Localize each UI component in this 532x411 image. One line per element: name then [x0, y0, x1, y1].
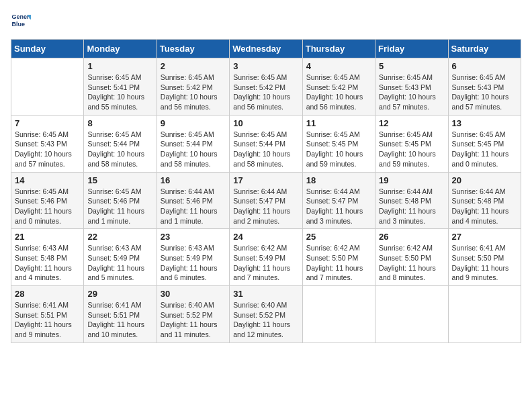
day-cell: [375, 286, 448, 343]
header-row: SundayMondayTuesdayWednesdayThursdayFrid…: [11, 40, 521, 58]
day-number: 10: [233, 118, 298, 128]
day-number: 16: [161, 175, 226, 185]
svg-text:Blue: Blue: [12, 21, 26, 28]
day-number: 30: [161, 289, 226, 299]
day-info: Sunrise: 6:40 AMSunset: 5:52 PMDaylight:…: [161, 300, 226, 340]
day-cell: 30Sunrise: 6:40 AMSunset: 5:52 PMDayligh…: [157, 286, 229, 343]
day-info: Sunrise: 6:44 AMSunset: 5:48 PMDaylight:…: [379, 187, 444, 226]
page-header: General Blue: [11, 11, 521, 31]
day-info: Sunrise: 6:45 AMSunset: 5:43 PMDaylight:…: [379, 73, 444, 112]
day-cell: 12Sunrise: 6:45 AMSunset: 5:45 PMDayligh…: [375, 115, 448, 172]
day-number: 29: [87, 289, 152, 299]
logo: General Blue: [11, 11, 34, 31]
day-info: Sunrise: 6:45 AMSunset: 5:45 PMDaylight:…: [452, 130, 517, 169]
day-number: 18: [306, 175, 371, 185]
day-info: Sunrise: 6:45 AMSunset: 5:45 PMDaylight:…: [379, 130, 444, 169]
day-info: Sunrise: 6:45 AMSunset: 5:44 PMDaylight:…: [161, 130, 226, 169]
day-cell: 5Sunrise: 6:45 AMSunset: 5:43 PMDaylight…: [375, 58, 448, 116]
day-cell: 15Sunrise: 6:45 AMSunset: 5:46 PMDayligh…: [84, 172, 157, 229]
day-cell: 25Sunrise: 6:42 AMSunset: 5:50 PMDayligh…: [302, 229, 375, 286]
day-cell: 19Sunrise: 6:44 AMSunset: 5:48 PMDayligh…: [375, 172, 448, 229]
day-cell: 24Sunrise: 6:42 AMSunset: 5:49 PMDayligh…: [230, 229, 302, 286]
week-row-1: 1Sunrise: 6:45 AMSunset: 5:41 PMDaylight…: [11, 58, 521, 116]
svg-text:General: General: [12, 13, 32, 20]
day-number: 20: [452, 175, 517, 185]
day-number: 9: [161, 118, 226, 128]
day-cell: 29Sunrise: 6:41 AMSunset: 5:51 PMDayligh…: [84, 286, 157, 343]
day-cell: 3Sunrise: 6:45 AMSunset: 5:42 PMDaylight…: [230, 58, 302, 116]
day-info: Sunrise: 6:43 AMSunset: 5:49 PMDaylight:…: [161, 243, 226, 283]
day-number: 21: [15, 232, 80, 242]
col-header-sunday: Sunday: [11, 40, 84, 58]
day-cell: 16Sunrise: 6:44 AMSunset: 5:46 PMDayligh…: [157, 172, 229, 229]
day-cell: 1Sunrise: 6:45 AMSunset: 5:41 PMDaylight…: [84, 58, 157, 116]
day-cell: [448, 286, 521, 343]
day-cell: 27Sunrise: 6:41 AMSunset: 5:50 PMDayligh…: [448, 229, 521, 286]
day-info: Sunrise: 6:45 AMSunset: 5:43 PMDaylight:…: [452, 73, 517, 112]
day-number: 28: [15, 289, 80, 299]
day-info: Sunrise: 6:43 AMSunset: 5:48 PMDaylight:…: [15, 243, 80, 283]
col-header-saturday: Saturday: [448, 40, 521, 58]
day-cell: 18Sunrise: 6:44 AMSunset: 5:47 PMDayligh…: [302, 172, 375, 229]
day-cell: 28Sunrise: 6:41 AMSunset: 5:51 PMDayligh…: [11, 286, 84, 343]
col-header-monday: Monday: [84, 40, 157, 58]
day-number: 22: [87, 232, 152, 242]
day-number: 2: [161, 61, 226, 71]
day-number: 25: [306, 232, 371, 242]
day-cell: 7Sunrise: 6:45 AMSunset: 5:43 PMDaylight…: [11, 115, 84, 172]
day-cell: 21Sunrise: 6:43 AMSunset: 5:48 PMDayligh…: [11, 229, 84, 286]
day-cell: 8Sunrise: 6:45 AMSunset: 5:44 PMDaylight…: [84, 115, 157, 172]
day-info: Sunrise: 6:40 AMSunset: 5:52 PMDaylight:…: [233, 300, 298, 340]
day-info: Sunrise: 6:45 AMSunset: 5:41 PMDaylight:…: [87, 73, 152, 112]
day-number: 15: [87, 175, 152, 185]
day-info: Sunrise: 6:45 AMSunset: 5:44 PMDaylight:…: [233, 130, 298, 169]
day-cell: 14Sunrise: 6:45 AMSunset: 5:46 PMDayligh…: [11, 172, 84, 229]
day-number: 27: [452, 232, 517, 242]
day-cell: 20Sunrise: 6:44 AMSunset: 5:48 PMDayligh…: [448, 172, 521, 229]
day-info: Sunrise: 6:44 AMSunset: 5:47 PMDaylight:…: [233, 187, 298, 226]
day-info: Sunrise: 6:44 AMSunset: 5:47 PMDaylight:…: [306, 187, 371, 226]
day-number: 3: [233, 61, 298, 71]
day-number: 14: [15, 175, 80, 185]
day-info: Sunrise: 6:45 AMSunset: 5:46 PMDaylight:…: [87, 187, 152, 226]
week-row-3: 14Sunrise: 6:45 AMSunset: 5:46 PMDayligh…: [11, 172, 521, 229]
day-cell: 13Sunrise: 6:45 AMSunset: 5:45 PMDayligh…: [448, 115, 521, 172]
week-row-4: 21Sunrise: 6:43 AMSunset: 5:48 PMDayligh…: [11, 229, 521, 286]
day-number: 6: [452, 61, 517, 71]
day-number: 19: [379, 175, 444, 185]
day-cell: 23Sunrise: 6:43 AMSunset: 5:49 PMDayligh…: [157, 229, 229, 286]
week-row-2: 7Sunrise: 6:45 AMSunset: 5:43 PMDaylight…: [11, 115, 521, 172]
day-cell: 17Sunrise: 6:44 AMSunset: 5:47 PMDayligh…: [230, 172, 302, 229]
day-number: 13: [452, 118, 517, 128]
day-number: 31: [233, 289, 298, 299]
day-number: 5: [379, 61, 444, 71]
day-cell: 2Sunrise: 6:45 AMSunset: 5:42 PMDaylight…: [157, 58, 229, 116]
day-number: 11: [306, 118, 371, 128]
day-number: 23: [161, 232, 226, 242]
day-cell: 9Sunrise: 6:45 AMSunset: 5:44 PMDaylight…: [157, 115, 229, 172]
day-cell: 10Sunrise: 6:45 AMSunset: 5:44 PMDayligh…: [230, 115, 302, 172]
week-row-5: 28Sunrise: 6:41 AMSunset: 5:51 PMDayligh…: [11, 286, 521, 343]
day-info: Sunrise: 6:45 AMSunset: 5:45 PMDaylight:…: [306, 130, 371, 169]
day-info: Sunrise: 6:45 AMSunset: 5:42 PMDaylight:…: [233, 73, 298, 112]
day-cell: [11, 58, 84, 116]
day-info: Sunrise: 6:45 AMSunset: 5:44 PMDaylight:…: [87, 130, 152, 169]
day-number: 4: [306, 61, 371, 71]
day-cell: 26Sunrise: 6:42 AMSunset: 5:50 PMDayligh…: [375, 229, 448, 286]
day-number: 12: [379, 118, 444, 128]
day-cell: [302, 286, 375, 343]
col-header-tuesday: Tuesday: [157, 40, 229, 58]
day-info: Sunrise: 6:42 AMSunset: 5:50 PMDaylight:…: [379, 243, 444, 283]
day-info: Sunrise: 6:45 AMSunset: 5:42 PMDaylight:…: [306, 73, 371, 112]
day-number: 24: [233, 232, 298, 242]
day-number: 8: [87, 118, 152, 128]
day-cell: 6Sunrise: 6:45 AMSunset: 5:43 PMDaylight…: [448, 58, 521, 116]
day-info: Sunrise: 6:41 AMSunset: 5:51 PMDaylight:…: [87, 300, 152, 340]
day-cell: 31Sunrise: 6:40 AMSunset: 5:52 PMDayligh…: [230, 286, 302, 343]
day-info: Sunrise: 6:41 AMSunset: 5:50 PMDaylight:…: [452, 243, 517, 283]
day-info: Sunrise: 6:45 AMSunset: 5:46 PMDaylight:…: [15, 187, 80, 226]
day-number: 26: [379, 232, 444, 242]
day-info: Sunrise: 6:42 AMSunset: 5:50 PMDaylight:…: [306, 243, 371, 283]
day-info: Sunrise: 6:44 AMSunset: 5:46 PMDaylight:…: [161, 187, 226, 226]
day-info: Sunrise: 6:44 AMSunset: 5:48 PMDaylight:…: [452, 187, 517, 226]
